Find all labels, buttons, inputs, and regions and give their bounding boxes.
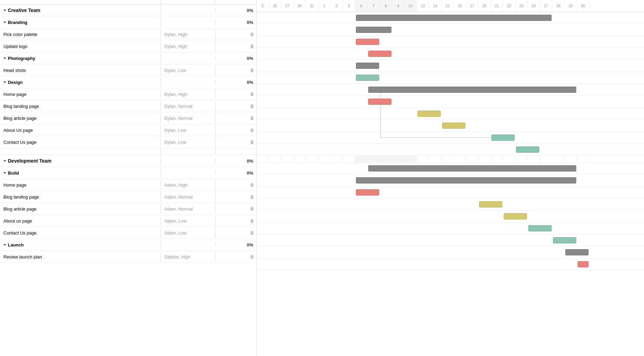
date-col-21: 21 xyxy=(491,0,503,12)
gantt-row xyxy=(257,36,644,48)
task-assign xyxy=(161,159,216,163)
task-label: Head shots xyxy=(3,68,26,73)
gantt-bar xyxy=(479,201,502,207)
gantt-bar xyxy=(442,123,465,129)
date-col-28: 28 xyxy=(552,0,565,12)
collapse-icon[interactable] xyxy=(3,58,6,59)
gantt-row xyxy=(257,48,644,60)
collapse-icon[interactable] xyxy=(3,81,6,83)
gantt-row xyxy=(257,234,644,246)
date-col-23: 23 xyxy=(515,0,528,12)
gantt-row xyxy=(257,187,644,199)
gantt-summary-bar xyxy=(356,179,576,182)
task-pct: 0 xyxy=(216,42,256,51)
date-col-5: 5 xyxy=(257,0,269,12)
task-assign: Dylan, High xyxy=(161,90,216,99)
task-label: Blog landing page xyxy=(3,194,39,200)
task-pct: 0 xyxy=(216,252,256,262)
date-col-20: 20 xyxy=(478,0,491,12)
collapse-icon[interactable] xyxy=(3,244,6,246)
date-col-7: 7 xyxy=(368,0,380,12)
task-name: Blog landing page xyxy=(0,102,161,111)
task-row: Photography0% xyxy=(0,52,256,64)
gantt-row xyxy=(257,72,644,84)
collapse-icon[interactable] xyxy=(3,10,6,11)
subgroup-label: Build xyxy=(8,170,19,176)
task-row: Contact Us pageDylan, Low0 xyxy=(0,136,256,148)
task-pct: 0 xyxy=(216,204,256,214)
task-row: Design0% xyxy=(0,76,256,88)
gantt-bar xyxy=(368,99,391,105)
task-rows: Creative Team0%Branding0%Pick color pale… xyxy=(0,4,256,356)
assign-header xyxy=(160,0,215,4)
gantt-summary-bar xyxy=(356,64,379,67)
task-pct: 0 xyxy=(216,126,256,135)
gantt-container: Creative Team0%Branding0%Pick color pale… xyxy=(0,0,644,356)
gantt-row xyxy=(257,24,644,36)
task-assign: Adam, Normal xyxy=(161,204,216,214)
task-row: Creative Team0% xyxy=(0,4,256,16)
collapse-icon[interactable] xyxy=(3,160,6,162)
gantt-row xyxy=(257,96,644,108)
gantt-row xyxy=(257,199,644,211)
date-col-31: 31 xyxy=(306,0,318,12)
date-col-15: 15 xyxy=(441,0,454,12)
collapse-icon[interactable] xyxy=(3,172,6,174)
task-row: Home pageDylan, High0 xyxy=(0,88,256,100)
task-assign: Dylan, Low xyxy=(161,126,216,135)
task-pct: 0 xyxy=(216,228,256,238)
task-row: About us pageAdam, Low0 xyxy=(0,215,256,227)
date-col-1: 1 xyxy=(318,0,331,12)
right-panel: 5262730311236789101314151617202122232427… xyxy=(257,0,644,356)
gantt-row xyxy=(257,222,644,234)
task-pct: 0 xyxy=(216,216,256,226)
task-row: About Us pageDylan, Low0 xyxy=(0,124,256,136)
date-col-6: 6 xyxy=(355,0,368,12)
task-name: Build xyxy=(0,168,161,178)
subgroup-label: Design xyxy=(8,80,23,85)
task-name: Launch xyxy=(0,240,161,250)
task-pct: 0% xyxy=(216,18,256,27)
task-pct: 0 xyxy=(216,192,256,202)
task-assign xyxy=(161,171,216,175)
task-pct: 0 xyxy=(216,138,256,147)
date-col-2: 2 xyxy=(331,0,343,12)
task-name: Contact Us page xyxy=(0,228,161,238)
date-col-17: 17 xyxy=(466,0,478,12)
task-label: Review launch plan xyxy=(3,254,42,259)
task-name: Creative Team xyxy=(0,5,161,15)
gantt-bar xyxy=(491,135,515,141)
date-col-27: 27 xyxy=(281,0,294,12)
collapse-icon[interactable] xyxy=(3,22,6,23)
task-pct: 0 xyxy=(216,66,256,75)
task-label: Blog article page xyxy=(3,116,37,121)
task-assign: Dylan, Normal xyxy=(161,114,216,123)
gantt-row xyxy=(257,120,644,132)
gantt-bar xyxy=(368,51,391,57)
task-name: Blog article page xyxy=(0,204,161,214)
date-col-26: 26 xyxy=(269,0,281,12)
date-col-3: 3 xyxy=(343,0,355,12)
subgroup-label: Photography xyxy=(8,56,35,61)
task-row: Blog landing pageAdam, Normal0 xyxy=(0,191,256,203)
gantt-row xyxy=(257,132,644,144)
task-assign: Adam, High xyxy=(161,180,216,190)
task-row: Blog article pageDylan, Normal0 xyxy=(0,112,256,124)
gantt-bar xyxy=(417,111,441,117)
task-label: Home page xyxy=(3,182,26,188)
task-name: Contact Us page xyxy=(0,138,161,147)
task-assign: Dylan, Low xyxy=(161,138,216,147)
task-pct: 0% xyxy=(216,54,256,63)
gantt-row xyxy=(257,258,644,270)
gantt-row xyxy=(257,156,644,163)
date-col-9: 9 xyxy=(392,0,404,12)
task-name: Head shots xyxy=(0,66,161,75)
gantt-row xyxy=(257,211,644,222)
group-label: Development Team xyxy=(8,158,51,164)
gantt-bar xyxy=(356,75,379,81)
subgroup-label: Launch xyxy=(8,242,24,247)
task-row: Blog landing pageDylan, Normal0 xyxy=(0,100,256,112)
gantt-bar xyxy=(356,189,379,195)
date-col-8: 8 xyxy=(380,0,392,12)
task-assign xyxy=(161,243,216,247)
